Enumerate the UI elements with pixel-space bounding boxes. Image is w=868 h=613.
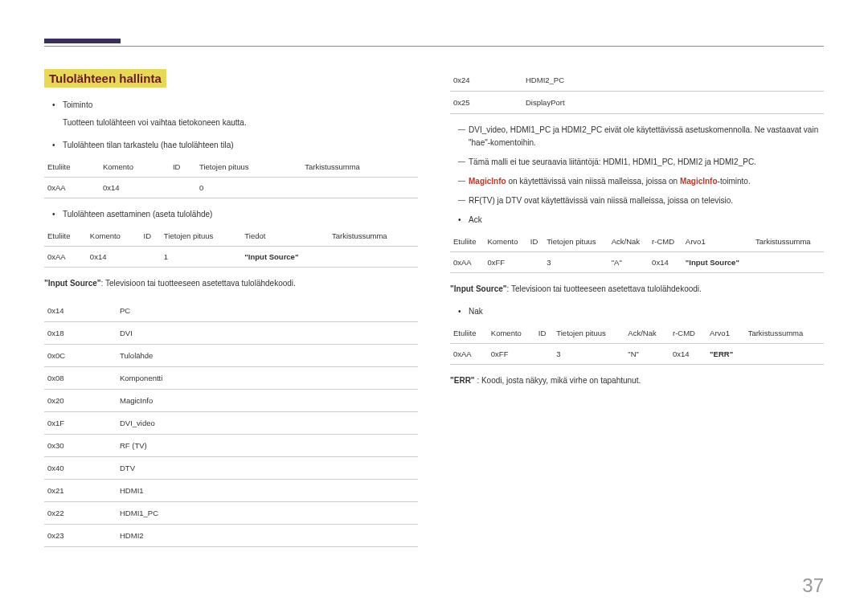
td: 0xAA <box>44 247 87 268</box>
td <box>301 178 418 198</box>
table-row: 0x24HDMI2_PC <box>450 69 824 92</box>
right-column: 0x24HDMI2_PC 0x25DisplayPort DVI_video, … <box>450 69 824 557</box>
td: "Input Source" <box>241 247 329 268</box>
td: HDMI1 <box>117 480 418 502</box>
note-text: : Televisioon tai tuotteeseen asetettava… <box>507 284 702 293</box>
th: r-CMD <box>649 231 682 252</box>
note-prefix: "Input Source" <box>44 279 101 288</box>
td: "N" <box>624 344 669 365</box>
td: HDMI1_PC <box>117 502 418 525</box>
bullet-toiminto: Toiminto <box>52 99 418 112</box>
th: Komento <box>488 323 535 344</box>
td: 0x14 <box>100 178 170 198</box>
td <box>170 178 196 198</box>
td: 0x25 <box>450 92 522 114</box>
th: Komento <box>100 157 170 178</box>
th: Tarkistussumma <box>329 226 418 247</box>
table-set-state: Etuliite Komento ID Tietojen pituus Tied… <box>44 226 418 268</box>
table-row: Etuliite Komento ID Tietojen pituus Ack/… <box>450 231 824 252</box>
tab-indicator <box>44 39 121 43</box>
bullet-nak: Nak <box>458 305 824 318</box>
td: "ERR" <box>706 344 745 365</box>
dash-note-3: MagicInfo on käytettävissä vain niissä m… <box>458 175 824 188</box>
td: 0x0C <box>44 345 117 367</box>
table-row: 0x40DTV <box>44 457 418 480</box>
td: "A" <box>608 252 649 273</box>
th: ID <box>535 323 553 344</box>
note-prefix: "Input Source" <box>450 284 507 293</box>
td: PC <box>117 300 418 322</box>
table-row: Etuliite Komento ID Tietojen pituus Tied… <box>44 226 418 247</box>
td: "Input Source" <box>682 252 752 273</box>
note-text: : Koodi, josta näkyy, mikä virhe on tapa… <box>475 376 641 385</box>
th: r-CMD <box>669 323 706 344</box>
table-row: 0x18DVI <box>44 322 418 345</box>
td: RF (TV) <box>117 435 418 457</box>
td: 0xAA <box>44 178 100 198</box>
th: ID <box>141 226 161 247</box>
td: DTV <box>117 457 418 480</box>
th: Ack/Nak <box>608 231 649 252</box>
table-row: 0x14PC <box>44 300 418 322</box>
source-codes-table-cont: 0x24HDMI2_PC 0x25DisplayPort <box>450 69 824 114</box>
td: Tulolähde <box>117 345 418 367</box>
th: Arvo1 <box>682 231 752 252</box>
section-title: Tulolähteen hallinta <box>44 69 166 88</box>
th: Tarkistussumma <box>752 231 824 252</box>
td: 0 <box>196 178 301 198</box>
td: 0x14 <box>669 344 706 365</box>
td: 0x30 <box>44 435 117 457</box>
th: Komento <box>87 226 141 247</box>
td: 0xFF <box>484 252 526 273</box>
td <box>752 252 824 273</box>
table-row: 0x22HDMI1_PC <box>44 502 418 525</box>
td: 0x23 <box>44 525 117 547</box>
td <box>141 247 161 268</box>
th: Tietojen pituus <box>553 323 624 344</box>
td <box>535 344 553 365</box>
table-row: 0x30RF (TV) <box>44 435 418 457</box>
table-row: 0x1FDVI_video <box>44 412 418 435</box>
page-number: 37 <box>802 574 824 597</box>
td: 0x1F <box>44 412 117 435</box>
table-row: 0xAA 0xFF 3 "N" 0x14 "ERR" <box>450 344 824 365</box>
td: 0x18 <box>44 322 117 345</box>
td <box>527 252 543 273</box>
td: Komponentti <box>117 367 418 390</box>
dash3-mid: on käytettävissä vain niissä malleissa, … <box>506 177 680 186</box>
magicinfo-label-2: MagicInfo <box>680 177 718 186</box>
bullet-ack: Ack <box>458 214 824 227</box>
td: DisplayPort <box>522 92 824 114</box>
td: 0xAA <box>450 252 484 273</box>
td: 0x08 <box>44 367 117 390</box>
dash-note-4: RF(TV) ja DTV ovat käytettävissä vain ni… <box>458 194 824 207</box>
th: Tietojen pituus <box>543 231 608 252</box>
th: Tarkistussumma <box>745 323 824 344</box>
td: 0x14 <box>649 252 682 273</box>
th: Tarkistussumma <box>301 157 418 178</box>
th: Tiedot <box>241 226 329 247</box>
note-prefix: "ERR" <box>450 376 475 385</box>
th: ID <box>170 157 196 178</box>
ack-note: "Input Source": Televisioon tai tuottees… <box>450 283 824 296</box>
td: 0xAA <box>450 344 488 365</box>
magicinfo-label: MagicInfo <box>469 177 506 186</box>
table-row: Etuliite Komento ID Tietojen pituus Ack/… <box>450 323 824 344</box>
td: MagicInfo <box>117 390 418 412</box>
err-note: "ERR" : Koodi, josta näkyy, mikä virhe o… <box>450 374 824 387</box>
bullet-view-state: Tulolähteen tilan tarkastelu (hae tulolä… <box>52 139 418 152</box>
td <box>329 247 418 268</box>
th: Tietojen pituus <box>161 226 242 247</box>
td: 3 <box>543 252 608 273</box>
header-rule <box>44 46 824 47</box>
toiminto-desc: Tuotteen tulolähteen voi vaihtaa tietoko… <box>52 116 418 129</box>
td: 0x40 <box>44 457 117 480</box>
td: 0x21 <box>44 480 117 502</box>
dash-note-1: DVI_video, HDMI1_PC ja HDMI2_PC eivät ol… <box>458 124 824 149</box>
td: 3 <box>553 344 624 365</box>
dash-note-2: Tämä malli ei tue seuraavia liitäntöjä: … <box>458 156 824 169</box>
th: ID <box>527 231 543 252</box>
left-column: Tulolähteen hallinta Toiminto Tuotteen t… <box>44 69 418 557</box>
th: Komento <box>484 231 526 252</box>
table-row: 0x21HDMI1 <box>44 480 418 502</box>
